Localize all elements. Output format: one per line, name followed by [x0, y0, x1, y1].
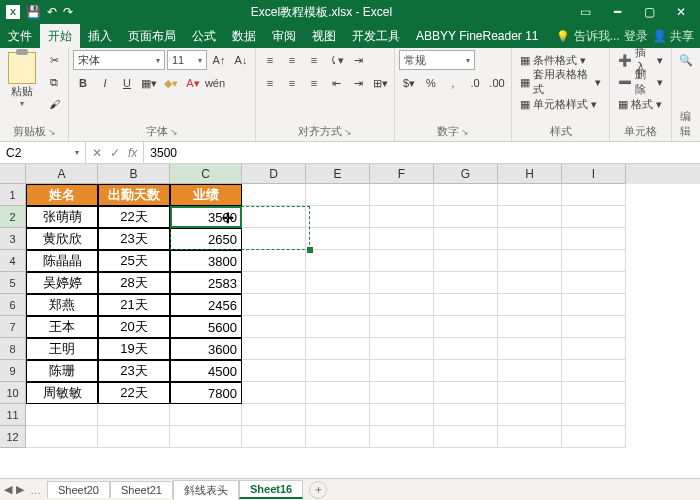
cell[interactable] [498, 316, 562, 338]
dialog-launcher-icon[interactable]: ↘ [170, 127, 178, 137]
number-format-combo[interactable]: 常规▾ [399, 50, 475, 70]
cell[interactable] [370, 404, 434, 426]
col-header[interactable]: G [434, 164, 498, 184]
new-sheet-button[interactable]: ＋ [309, 481, 327, 499]
row-header[interactable]: 11 [0, 404, 26, 426]
cell[interactable]: 郑燕 [26, 294, 98, 316]
cell[interactable]: 吴婷婷 [26, 272, 98, 294]
sheet-nav-prev-icon[interactable]: ◀ [4, 483, 12, 496]
cell[interactable] [306, 228, 370, 250]
cell[interactable]: 周敏敏 [26, 382, 98, 404]
cell[interactable] [498, 250, 562, 272]
cell[interactable] [98, 404, 170, 426]
cell[interactable]: 28天 [98, 272, 170, 294]
cell[interactable] [434, 426, 498, 448]
cell[interactable]: 7800 [170, 382, 242, 404]
cell[interactable] [242, 272, 306, 294]
cell[interactable] [370, 250, 434, 272]
row-header[interactable]: 7 [0, 316, 26, 338]
tab-file[interactable]: 文件 [0, 24, 40, 48]
copy-icon[interactable]: ⧉ [44, 72, 64, 92]
cell[interactable]: 20天 [98, 316, 170, 338]
font-size-combo[interactable]: 11▾ [167, 50, 207, 70]
row-header[interactable]: 3 [0, 228, 26, 250]
name-box[interactable]: C2▾ [0, 142, 86, 163]
cell[interactable] [434, 316, 498, 338]
cell[interactable] [306, 360, 370, 382]
font-name-combo[interactable]: 宋体▾ [73, 50, 165, 70]
cell[interactable]: 5600 [170, 316, 242, 338]
cell[interactable] [306, 184, 370, 206]
col-header[interactable]: C [170, 164, 242, 184]
cell[interactable] [370, 316, 434, 338]
cell[interactable]: 22天 [98, 382, 170, 404]
ribbon-options-icon[interactable]: ▭ [570, 0, 600, 24]
cell[interactable] [242, 316, 306, 338]
phonetic-icon[interactable]: wén [205, 73, 225, 93]
indent-increase-icon[interactable]: ⇥ [348, 73, 368, 93]
align-center-icon[interactable]: ≡ [282, 73, 302, 93]
cell[interactable] [242, 294, 306, 316]
format-cells-button[interactable]: ▦ 格式 ▾ [614, 94, 666, 114]
font-color-icon[interactable]: A▾ [183, 73, 203, 93]
currency-icon[interactable]: $▾ [399, 73, 419, 93]
cell[interactable] [242, 250, 306, 272]
dialog-launcher-icon[interactable]: ↘ [48, 127, 56, 137]
cell[interactable] [242, 360, 306, 382]
tab-view[interactable]: 视图 [304, 24, 344, 48]
cell[interactable]: 2583 [170, 272, 242, 294]
align-bottom-icon[interactable]: ≡ [304, 50, 324, 70]
cell[interactable] [562, 184, 626, 206]
enter-icon[interactable]: ✓ [110, 146, 120, 160]
wrap-text-icon[interactable]: ⇥ [348, 50, 368, 70]
row-header[interactable]: 10 [0, 382, 26, 404]
sheet-tab-active[interactable]: Sheet16 [239, 480, 303, 499]
cell[interactable] [434, 184, 498, 206]
cell[interactable] [306, 404, 370, 426]
cell[interactable] [306, 294, 370, 316]
cell[interactable] [370, 184, 434, 206]
cell[interactable] [170, 404, 242, 426]
qat-undo-icon[interactable]: ↶ [47, 5, 57, 19]
cell[interactable]: 黄欣欣 [26, 228, 98, 250]
cell[interactable]: 23天 [98, 360, 170, 382]
tab-home[interactable]: 开始 [40, 24, 80, 48]
cell[interactable] [170, 426, 242, 448]
fill-handle[interactable] [307, 247, 313, 253]
row-header[interactable]: 1 [0, 184, 26, 206]
worksheet-grid[interactable]: A B C D E F G H I 123456789101112 ✛ 姓名出勤… [0, 164, 700, 464]
cell[interactable] [562, 228, 626, 250]
delete-cells-button[interactable]: ➖ 删除 ▾ [614, 72, 666, 92]
border-icon[interactable]: ▦▾ [139, 73, 159, 93]
cell[interactable] [434, 294, 498, 316]
cell[interactable]: 王本 [26, 316, 98, 338]
tab-layout[interactable]: 页面布局 [120, 24, 184, 48]
cell[interactable] [370, 228, 434, 250]
minimize-icon[interactable]: ━ [602, 0, 632, 24]
paste-button[interactable]: 粘贴 ▾ [4, 50, 40, 110]
orientation-icon[interactable]: ⤹▾ [326, 50, 346, 70]
comma-icon[interactable]: , [443, 73, 463, 93]
cell[interactable] [370, 360, 434, 382]
decrease-font-icon[interactable]: A↓ [231, 50, 251, 70]
sheet-tab[interactable]: 斜线表头 [173, 480, 239, 500]
cell[interactable]: 3800 [170, 250, 242, 272]
sheet-tab[interactable]: Sheet20 [47, 481, 110, 498]
cell[interactable]: 21天 [98, 294, 170, 316]
cell[interactable] [498, 360, 562, 382]
cell[interactable]: 23天 [98, 228, 170, 250]
align-middle-icon[interactable]: ≡ [282, 50, 302, 70]
merge-icon[interactable]: ⊞▾ [370, 73, 390, 93]
cell-styles-button[interactable]: ▦ 单元格样式 ▾ [516, 94, 601, 114]
format-painter-icon[interactable]: 🖌 [44, 94, 64, 114]
cell[interactable] [370, 382, 434, 404]
row-header[interactable]: 12 [0, 426, 26, 448]
tell-me[interactable]: 💡告诉我... [556, 28, 620, 45]
col-header[interactable]: D [242, 164, 306, 184]
col-header[interactable]: B [98, 164, 170, 184]
cell[interactable]: 王明 [26, 338, 98, 360]
col-header[interactable]: H [498, 164, 562, 184]
row-header[interactable]: 2 [0, 206, 26, 228]
cell[interactable] [306, 250, 370, 272]
cell[interactable]: 19天 [98, 338, 170, 360]
